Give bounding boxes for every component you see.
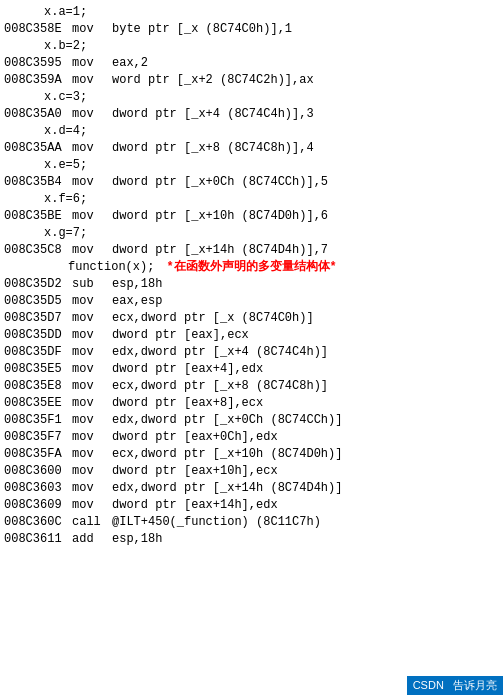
- source-line: x.d=4;: [4, 123, 87, 140]
- asm-operands: edx,dword ptr [_x+4 (8C74C4h)]: [112, 344, 328, 361]
- code-line: 008C35E5movdword ptr [eax+4],edx: [0, 361, 503, 378]
- asm-operands: dword ptr [eax+0Ch],edx: [112, 429, 278, 446]
- bottom-bar: CSDN 告诉月亮: [407, 676, 503, 695]
- code-line: 008C35AAmovdword ptr [_x+8 (8C74C8h)],4: [0, 140, 503, 157]
- code-line: x.a=1;: [0, 4, 503, 21]
- asm-addr: 008C35D7: [4, 310, 72, 327]
- asm-addr: 008C35D2: [4, 276, 72, 293]
- asm-operands: eax,2: [112, 55, 148, 72]
- code-container: x.a=1;008C358Emovbyte ptr [_x (8C74C0h)]…: [0, 0, 503, 695]
- asm-addr: 008C35DF: [4, 344, 72, 361]
- code-line: x.c=3;: [0, 89, 503, 106]
- code-line: 008C3611addesp,18h: [0, 531, 503, 548]
- asm-mnemonic: mov: [72, 497, 112, 514]
- asm-addr: 008C3611: [4, 531, 72, 548]
- code-line: 008C3609movdword ptr [eax+14h],edx: [0, 497, 503, 514]
- asm-operands: esp,18h: [112, 276, 162, 293]
- bottom-suffix: 告诉月亮: [453, 679, 497, 691]
- code-line: x.d=4;: [0, 123, 503, 140]
- asm-addr: 008C35EE: [4, 395, 72, 412]
- asm-operands: esp,18h: [112, 531, 162, 548]
- asm-mnemonic: add: [72, 531, 112, 548]
- asm-operands: edx,dword ptr [_x+0Ch (8C74CCh)]: [112, 412, 342, 429]
- source-line: x.a=1;: [4, 4, 87, 21]
- asm-mnemonic: mov: [72, 310, 112, 327]
- asm-operands: dword ptr [_x+0Ch (8C74CCh)],5: [112, 174, 328, 191]
- code-line: 008C35E8movecx,dword ptr [_x+8 (8C74C8h)…: [0, 378, 503, 395]
- asm-addr: 008C35BE: [4, 208, 72, 225]
- asm-operands: dword ptr [_x+10h (8C74D0h)],6: [112, 208, 328, 225]
- asm-operands: dword ptr [eax+14h],edx: [112, 497, 278, 514]
- asm-mnemonic: mov: [72, 395, 112, 412]
- code-line: 008C360Ccall@ILT+450(_function) (8C11C7h…: [0, 514, 503, 531]
- asm-addr: 008C35E8: [4, 378, 72, 395]
- asm-operands: byte ptr [_x (8C74C0h)],1: [112, 21, 292, 38]
- code-line: 008C35D2subesp,18h: [0, 276, 503, 293]
- asm-addr: 008C3600: [4, 463, 72, 480]
- code-line: 008C35D7movecx,dword ptr [_x (8C74C0h)]: [0, 310, 503, 327]
- asm-mnemonic: mov: [72, 446, 112, 463]
- code-line: 008C35FAmovecx,dword ptr [_x+10h (8C74D0…: [0, 446, 503, 463]
- asm-operands: @ILT+450(_function) (8C11C7h): [112, 514, 321, 531]
- asm-addr: 008C360C: [4, 514, 72, 531]
- source-line: x.e=5;: [4, 157, 87, 174]
- asm-operands: ecx,dword ptr [_x (8C74C0h)]: [112, 310, 314, 327]
- asm-addr: 008C35DD: [4, 327, 72, 344]
- asm-addr: 008C359A: [4, 72, 72, 89]
- asm-mnemonic: mov: [72, 55, 112, 72]
- asm-mnemonic: mov: [72, 344, 112, 361]
- code-line: 008C35DDmovdword ptr [eax],ecx: [0, 327, 503, 344]
- asm-addr: 008C358E: [4, 21, 72, 38]
- code-line: 008C35D5moveax,esp: [0, 293, 503, 310]
- asm-operands: word ptr [_x+2 (8C74C2h)],ax: [112, 72, 314, 89]
- asm-addr: 008C3595: [4, 55, 72, 72]
- asm-addr: 008C35F1: [4, 412, 72, 429]
- code-line: x.g=7;: [0, 225, 503, 242]
- asm-addr: 008C35AA: [4, 140, 72, 157]
- asm-addr: 008C35A0: [4, 106, 72, 123]
- asm-addr: 008C3603: [4, 480, 72, 497]
- asm-mnemonic: mov: [72, 174, 112, 191]
- asm-mnemonic: mov: [72, 72, 112, 89]
- asm-mnemonic: mov: [72, 480, 112, 497]
- source-line: x.c=3;: [4, 89, 87, 106]
- asm-operands: eax,esp: [112, 293, 162, 310]
- asm-mnemonic: mov: [72, 140, 112, 157]
- asm-mnemonic: sub: [72, 276, 112, 293]
- asm-mnemonic: mov: [72, 208, 112, 225]
- source-comment: *在函数外声明的多变量结构体*: [166, 259, 336, 276]
- asm-operands: dword ptr [eax+8],ecx: [112, 395, 263, 412]
- code-line: 008C35F1movedx,dword ptr [_x+0Ch (8C74CC…: [0, 412, 503, 429]
- asm-mnemonic: mov: [72, 327, 112, 344]
- asm-addr: 008C3609: [4, 497, 72, 514]
- code-line: 008C3595moveax,2: [0, 55, 503, 72]
- asm-operands: dword ptr [_x+4 (8C74C4h)],3: [112, 106, 314, 123]
- asm-addr: 008C35D5: [4, 293, 72, 310]
- code-line: 008C35A0movdword ptr [_x+4 (8C74C4h)],3: [0, 106, 503, 123]
- asm-operands: edx,dword ptr [_x+14h (8C74D4h)]: [112, 480, 342, 497]
- asm-operands: ecx,dword ptr [_x+10h (8C74D0h)]: [112, 446, 342, 463]
- asm-mnemonic: mov: [72, 21, 112, 38]
- code-line: 008C359Amovword ptr [_x+2 (8C74C2h)],ax: [0, 72, 503, 89]
- asm-mnemonic: mov: [72, 429, 112, 446]
- asm-mnemonic: mov: [72, 361, 112, 378]
- source-line: x.f=6;: [4, 191, 87, 208]
- source-line: x.g=7;: [4, 225, 87, 242]
- code-line: 008C3600movdword ptr [eax+10h],ecx: [0, 463, 503, 480]
- asm-mnemonic: call: [72, 514, 112, 531]
- code-lines: x.a=1;008C358Emovbyte ptr [_x (8C74C0h)]…: [0, 4, 503, 548]
- asm-addr: 008C35F7: [4, 429, 72, 446]
- source-line: function(x);*在函数外声明的多变量结构体*: [4, 259, 337, 276]
- code-line: 008C35EEmovdword ptr [eax+8],ecx: [0, 395, 503, 412]
- asm-mnemonic: mov: [72, 242, 112, 259]
- asm-operands: dword ptr [eax+10h],ecx: [112, 463, 278, 480]
- asm-mnemonic: mov: [72, 378, 112, 395]
- asm-addr: 008C35E5: [4, 361, 72, 378]
- asm-operands: dword ptr [eax],ecx: [112, 327, 249, 344]
- source-text: function(x);: [28, 259, 154, 276]
- code-line: x.b=2;: [0, 38, 503, 55]
- code-line: function(x);*在函数外声明的多变量结构体*: [0, 259, 503, 276]
- code-line: 008C358Emovbyte ptr [_x (8C74C0h)],1: [0, 21, 503, 38]
- code-line: x.e=5;: [0, 157, 503, 174]
- asm-addr: 008C35C8: [4, 242, 72, 259]
